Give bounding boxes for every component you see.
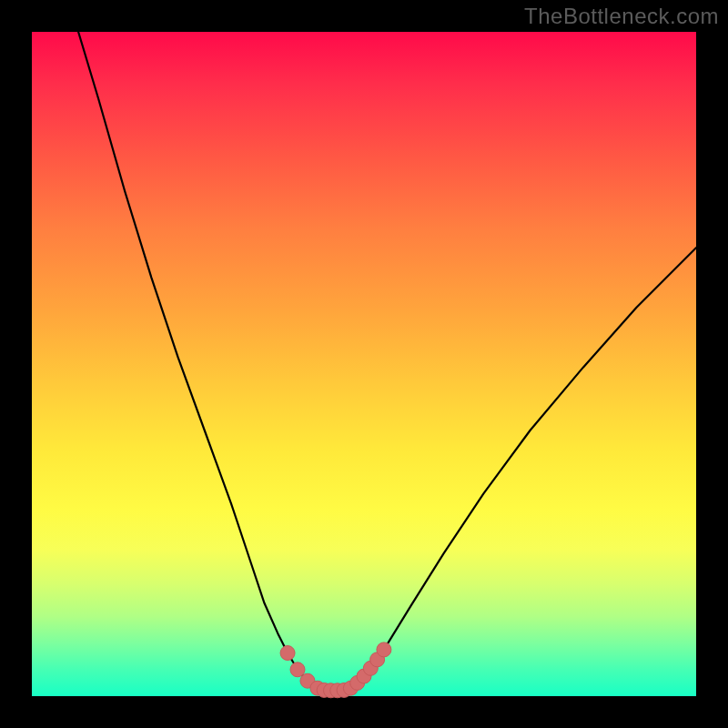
- chart-frame: TheBottleneck.com: [0, 0, 728, 728]
- trough-marker: [290, 662, 305, 677]
- trough-marker: [377, 642, 391, 657]
- trough-marker: [280, 646, 295, 661]
- bottleneck-curve: [78, 32, 696, 691]
- watermark-text: TheBottleneck.com: [524, 4, 719, 29]
- plot-area: [32, 32, 696, 696]
- curve-layer: [32, 32, 696, 696]
